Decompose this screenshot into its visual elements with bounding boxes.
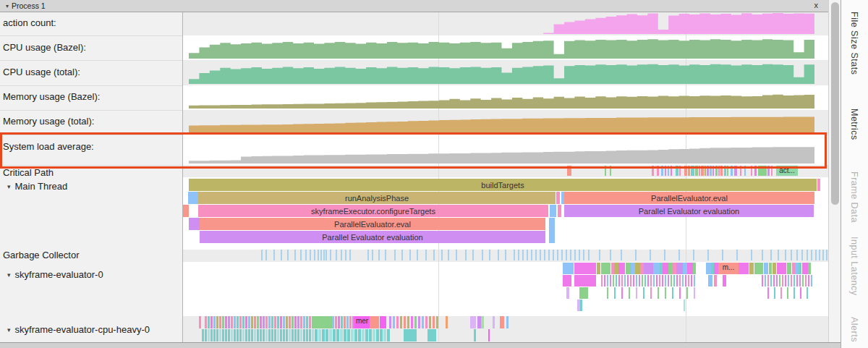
chevron-down-icon[interactable]: ▾ (7, 271, 11, 279)
horizontal-scrollbar[interactable] (0, 342, 841, 348)
trace-block (292, 316, 294, 328)
trace-block (610, 166, 611, 176)
trace-block (618, 275, 620, 287)
trace-span[interactable]: mer (354, 316, 370, 328)
trace-block (344, 316, 346, 328)
track-label-column: action count: CPU usage (Bazel): CPU usa… (0, 12, 183, 342)
trace-span[interactable]: ParallelEvaluator.eval (564, 192, 814, 204)
thread-row-main-thread[interactable]: ▾Main Thread (7, 181, 67, 192)
trace-block (688, 275, 689, 287)
trace-block (474, 329, 476, 341)
main-thread-track[interactable]: buildTargetsrunAnalysisPhaseParallelEval… (183, 179, 828, 244)
cpu-usage-bazel-chart[interactable] (183, 35, 828, 60)
trace-block (805, 275, 807, 287)
thread-row-skyframe-evaluator-0[interactable]: ▾skyframe-evaluator-0 (7, 269, 103, 280)
trace-block (788, 275, 789, 287)
trace-block (404, 316, 406, 328)
trace-block (770, 250, 772, 260)
vertical-scrollbar-thumb[interactable] (831, 2, 839, 205)
trace-block (676, 275, 678, 287)
trace-block (712, 166, 714, 176)
trace-block (346, 316, 349, 328)
trace-block (715, 166, 718, 176)
trace-block (482, 250, 483, 260)
trace-block (219, 316, 221, 328)
chevron-down-icon[interactable]: ▾ (6, 3, 9, 9)
skyframe-evaluator-cpu-heavy-0-track[interactable]: mer (183, 316, 828, 342)
trace-block (380, 329, 383, 341)
trace-block (802, 275, 804, 287)
counter-label-cpu-bazel: CPU usage (Bazel): (3, 42, 86, 53)
trace-block (751, 166, 752, 176)
chevron-down-icon[interactable]: ▾ (7, 326, 11, 334)
skyframe-evaluator-0-track[interactable]: m... (183, 263, 828, 312)
trace-block (535, 250, 537, 260)
memory-usage-bazel-chart[interactable] (183, 85, 828, 110)
trace-span[interactable]: m... (718, 263, 739, 274)
trace-block (365, 329, 368, 341)
trace-block (237, 316, 239, 328)
trace-block (300, 250, 302, 260)
tab-metrics[interactable]: Metrics (849, 109, 859, 140)
trace-block (694, 287, 695, 299)
trace-span[interactable]: act... (776, 166, 798, 176)
trace-block (668, 166, 669, 176)
trace-block (422, 316, 424, 328)
trace-block (671, 275, 672, 287)
trace-span[interactable]: runAnalysisPhase (198, 192, 556, 204)
tab-alerts[interactable]: Alerts (849, 317, 859, 342)
system-load-chart[interactable] (183, 135, 828, 165)
memory-usage-total-chart[interactable] (183, 110, 828, 135)
cpu-usage-total-chart[interactable] (183, 60, 828, 85)
trace-span[interactable]: Parallel Evaluator evaluation (564, 205, 814, 217)
trace-block (465, 250, 467, 260)
trace-block (522, 250, 524, 260)
thread-label: Main Thread (15, 181, 68, 192)
right-tab-strip: File Size Stats Metrics Frame Data Input… (841, 0, 868, 348)
trace-block (658, 287, 659, 299)
trace-block (425, 316, 427, 328)
trace-span[interactable]: skyframeExecutor.configureTargets (198, 205, 548, 217)
trace-block (665, 287, 666, 299)
trace-block (216, 329, 218, 341)
trace-block (254, 316, 256, 328)
trace-block (268, 329, 271, 341)
trace-block (367, 250, 369, 260)
trace-block (271, 329, 273, 341)
chevron-down-icon[interactable]: ▾ (7, 183, 11, 190)
process-title-row[interactable]: ▾Process 1 (6, 1, 46, 10)
trace-block (349, 316, 352, 328)
trace-block (429, 316, 431, 328)
trace-block (621, 287, 623, 299)
trace-block (260, 316, 262, 328)
close-button[interactable]: x (814, 1, 819, 9)
trace-span[interactable]: Parallel Evaluator evaluation (200, 231, 545, 243)
thread-row-skyframe-evaluator-cpu-heavy-0[interactable]: ▾skyframe-evaluator-cpu-heavy-0 (7, 324, 150, 335)
critical-path-track[interactable]: act... (183, 166, 828, 177)
trace-block (671, 166, 672, 176)
trace-block (665, 166, 666, 176)
trace-span[interactable]: ParallelEvaluator.eval (200, 218, 545, 230)
trace-block (778, 250, 779, 260)
garbage-collector-track[interactable] (183, 250, 828, 262)
trace-block (621, 275, 623, 287)
trace-span[interactable]: buildTargets (189, 179, 817, 191)
tab-frame-data[interactable]: Frame Data (849, 171, 859, 223)
trace-block (349, 250, 351, 260)
trace-block (822, 250, 824, 260)
trace-block (811, 275, 812, 287)
trace-block (676, 166, 678, 176)
trace-block (527, 250, 528, 260)
tab-file-size-stats[interactable]: File Size Stats (849, 12, 859, 75)
timeline-canvas[interactable]: act... buildTargetsrunAnalysisPhaseParal… (183, 0, 828, 342)
trace-block (801, 250, 803, 260)
process-header[interactable]: ▾Process 1 x (0, 0, 828, 12)
tab-input-latency[interactable]: Input Latency (849, 237, 859, 296)
trace-block (231, 316, 233, 328)
trace-block (283, 316, 285, 328)
trace-block (333, 329, 336, 341)
action-count-chart[interactable] (183, 12, 828, 35)
trace-block (566, 250, 567, 260)
trace-block (332, 316, 334, 328)
vertical-scrollbar[interactable] (828, 0, 841, 348)
